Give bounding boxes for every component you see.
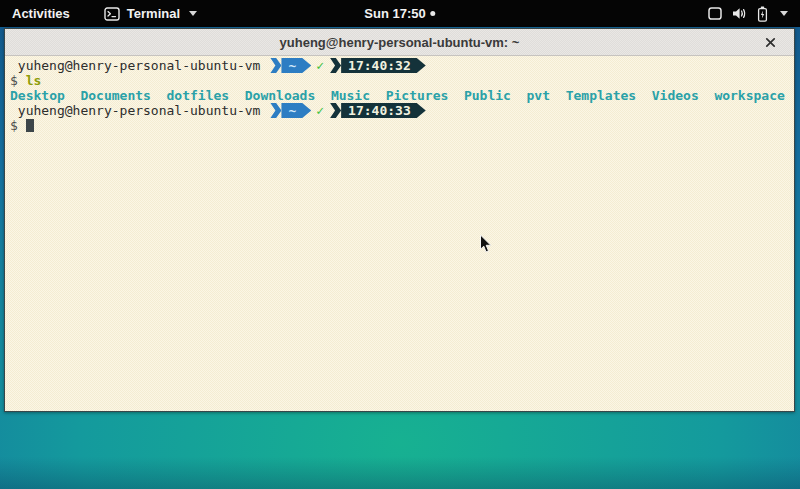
clock-label: Sun 17:50	[364, 6, 425, 21]
close-button[interactable]	[760, 32, 780, 52]
window-title: yuheng@henry-personal-ubuntu-vm: ~	[280, 35, 520, 50]
activities-label: Activities	[12, 6, 70, 21]
powerline-chevron-icon	[270, 58, 281, 73]
powerline-time-segment: 17:40:32	[341, 58, 426, 73]
prompt-line: yuheng@henry-personal-ubuntu-vm ~ ✓ 17:4…	[10, 103, 790, 118]
window-titlebar[interactable]: yuheng@henry-personal-ubuntu-vm: ~	[5, 29, 794, 56]
screen: Activities Terminal Sun 17:50	[0, 0, 800, 489]
notification-dot	[431, 11, 436, 16]
prompt-user-host: yuheng@henry-personal-ubuntu-vm	[10, 58, 260, 73]
directory-item: pvt	[527, 88, 550, 103]
directory-item: Desktop	[10, 88, 65, 103]
powerline-path-segment: ~	[281, 103, 311, 118]
chevron-down-icon	[189, 11, 197, 16]
powerline-chevron-icon	[330, 58, 341, 73]
close-icon	[765, 37, 776, 48]
powerline-chevron-icon	[270, 103, 281, 118]
terminal-block-cursor	[26, 119, 34, 132]
prompt-symbol: $	[10, 73, 18, 88]
command-line: $ ls	[10, 73, 790, 88]
status-check: ✓	[311, 58, 330, 73]
input-line: $	[10, 118, 790, 133]
directory-item: dotfiles	[167, 88, 230, 103]
directory-item: Templates	[566, 88, 636, 103]
prompt-symbol: $	[10, 118, 18, 133]
powerline-chevron-icon	[330, 103, 341, 118]
directory-item: Videos	[652, 88, 699, 103]
directory-item: Public	[464, 88, 511, 103]
directory-item: Downloads	[245, 88, 315, 103]
prompt-line: yuheng@henry-personal-ubuntu-vm ~ ✓ 17:4…	[10, 58, 790, 73]
directory-item: Documents	[80, 88, 150, 103]
system-chevron-down-icon	[780, 11, 788, 16]
system-status-area[interactable]	[702, 0, 794, 27]
activities-button[interactable]: Activities	[0, 0, 82, 27]
command-text: ls	[26, 73, 42, 88]
terminal-body[interactable]: yuheng@henry-personal-ubuntu-vm ~ ✓ 17:4…	[5, 56, 794, 411]
terminal-icon	[104, 7, 120, 21]
battery-charging-icon	[757, 6, 768, 22]
directory-item: Pictures	[386, 88, 449, 103]
prompt-user-host: yuheng@henry-personal-ubuntu-vm	[10, 103, 260, 118]
app-menu-terminal[interactable]: Terminal	[98, 0, 203, 27]
powerline-time-segment: 17:40:33	[341, 103, 426, 118]
volume-icon	[732, 7, 747, 20]
ls-output-line: DesktopDocumentsdotfilesDownloadsMusicPi…	[10, 88, 790, 103]
powerline-path-segment: ~	[281, 58, 311, 73]
directory-item: Music	[331, 88, 370, 103]
status-check: ✓	[311, 103, 330, 118]
app-menu-label: Terminal	[127, 6, 180, 21]
clock-button[interactable]: Sun 17:50	[356, 0, 443, 27]
screen-icon	[708, 7, 722, 20]
terminal-window: yuheng@henry-personal-ubuntu-vm: ~ yuhen…	[4, 28, 795, 412]
top-bar: Activities Terminal Sun 17:50	[0, 0, 800, 27]
directory-item: workspace	[714, 88, 784, 103]
desktop-wallpaper: yuheng@henry-personal-ubuntu-vm: ~ yuhen…	[0, 27, 800, 489]
